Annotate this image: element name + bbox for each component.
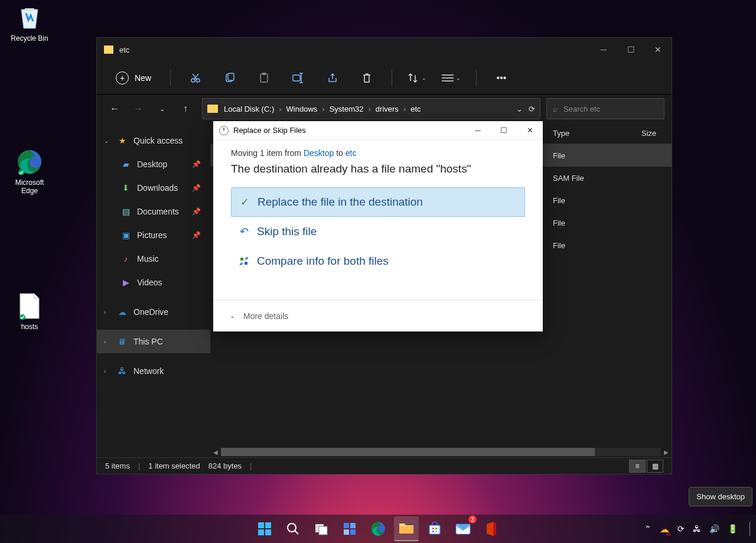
titlebar[interactable]: etc ─ ☐ ✕ <box>97 38 672 61</box>
taskbar-office[interactable] <box>479 516 504 541</box>
details-view-button[interactable]: ≡ <box>629 460 646 473</box>
scroll-track[interactable] <box>221 448 661 456</box>
sidebar-item-network[interactable]: › 🖧 Network <box>97 359 210 383</box>
sidebar-item-this-pc[interactable]: › 🖥 This PC <box>97 330 210 353</box>
scroll-thumb[interactable] <box>221 448 595 456</box>
address-bar[interactable]: Local Disk (C:)› Windows› System32› driv… <box>202 98 540 119</box>
copy-button[interactable] <box>218 66 242 90</box>
up-button[interactable]: ↑ <box>175 98 196 119</box>
sidebar-item-onedrive[interactable]: › ☁ OneDrive <box>97 300 210 324</box>
rename-button[interactable] <box>286 66 310 90</box>
tray-volume-icon[interactable]: 🔊 <box>709 524 719 534</box>
svg-rect-8 <box>262 73 266 75</box>
new-button[interactable]: + New <box>110 68 157 88</box>
separator: | <box>138 461 140 470</box>
undo-icon: ↶ <box>238 225 250 238</box>
paste-button[interactable] <box>252 66 276 90</box>
crumb[interactable]: System32 <box>330 105 364 113</box>
sidebar-item-desktop[interactable]: ▰ Desktop 📌 <box>97 152 210 176</box>
dialog-title: Replace or Skip Files <box>233 126 306 135</box>
crumb[interactable]: etc <box>410 105 421 113</box>
share-button[interactable] <box>321 66 344 90</box>
thumbnails-view-button[interactable]: ▦ <box>647 460 663 473</box>
column-size[interactable]: Size <box>641 129 670 138</box>
taskbar-mail[interactable]: 3 <box>451 516 475 541</box>
replace-option[interactable]: ✓ Replace the file in the destination <box>231 187 525 217</box>
search-input[interactable]: ⌕ Search etc <box>546 98 664 119</box>
desktop-icon-recycle-bin[interactable]: Recycle Bin <box>6 4 53 43</box>
sidebar-item-documents[interactable]: ▤ Documents 📌 <box>97 200 210 223</box>
status-bar: 5 items | 1 item selected 824 bytes | ≡ … <box>97 457 672 474</box>
start-button[interactable] <box>252 516 277 541</box>
music-icon: ♪ <box>120 253 131 264</box>
recent-button[interactable]: ⌄ <box>151 98 172 119</box>
dialog-maximize-button[interactable]: ☐ <box>497 126 511 135</box>
sidebar-item-quick-access[interactable]: ⌄ ★ Quick access <box>97 129 210 152</box>
scroll-right-icon[interactable]: ▶ <box>661 447 672 457</box>
link-to[interactable]: etc <box>346 148 357 158</box>
sort-button[interactable]: ⌄ <box>405 66 429 90</box>
crumb[interactable]: Windows <box>286 105 318 113</box>
taskbar-store[interactable] <box>422 516 447 541</box>
svg-rect-12 <box>258 529 264 535</box>
forward-button[interactable]: → <box>128 98 149 119</box>
show-desktop-button[interactable] <box>750 522 751 536</box>
svg-rect-17 <box>344 523 349 528</box>
more-details-button[interactable]: ⌄ More details <box>213 300 543 331</box>
task-view-button[interactable] <box>309 516 334 541</box>
chevron-right-icon: › <box>104 309 111 316</box>
crumb[interactable]: drivers <box>376 105 399 113</box>
chevron-down-icon: ⌄ <box>230 312 235 320</box>
tray-onedrive-icon[interactable]: ☁⚠ <box>660 524 669 535</box>
tray-chevron-icon[interactable]: ⌃ <box>644 524 651 534</box>
desktop-icon-edge[interactable]: Microsoft Edge <box>6 148 53 195</box>
tray-battery-icon[interactable]: 🔋 <box>728 524 738 534</box>
search-button[interactable] <box>281 516 305 541</box>
tray-network-icon[interactable]: 🖧 <box>693 524 701 534</box>
taskbar-edge[interactable] <box>366 516 390 541</box>
refresh-icon[interactable]: ⟳ <box>529 105 535 113</box>
dialog-titlebar[interactable]: Replace or Skip Files ─ ☐ ✕ <box>213 121 543 140</box>
sidebar-item-pictures[interactable]: ▣ Pictures 📌 <box>97 223 210 247</box>
minimize-button[interactable]: ─ <box>590 38 617 61</box>
dialog-close-button[interactable]: ✕ <box>523 126 537 135</box>
maximize-button[interactable]: ☐ <box>617 38 644 61</box>
link-from[interactable]: Desktop <box>304 148 334 158</box>
svg-rect-25 <box>435 528 437 529</box>
more-button[interactable]: ••• <box>490 66 513 90</box>
replace-skip-dialog: Replace or Skip Files ─ ☐ ✕ Moving 1 ite… <box>213 121 543 331</box>
crumb[interactable]: Local Disk (C:) <box>224 105 274 113</box>
delete-button[interactable] <box>355 66 379 90</box>
column-type[interactable]: Type <box>553 129 641 138</box>
svg-rect-7 <box>260 74 268 82</box>
desktop-icon-hosts[interactable]: hosts <box>6 292 53 331</box>
widgets-button[interactable] <box>337 516 362 541</box>
download-icon: ⬇ <box>120 183 131 193</box>
address-dropdown-icon[interactable]: ⌄ <box>516 105 523 113</box>
sidebar-item-videos[interactable]: ▶ Videos <box>97 271 210 294</box>
folder-icon <box>104 45 113 54</box>
scroll-left-icon[interactable]: ◀ <box>210 447 221 457</box>
back-button[interactable]: ← <box>104 98 125 119</box>
separator <box>476 70 477 86</box>
view-button[interactable]: ⌄ <box>439 66 463 90</box>
sidebar-item-music[interactable]: ♪ Music <box>97 247 210 271</box>
sidebar-item-downloads[interactable]: ⬇ Downloads 📌 <box>97 176 210 200</box>
horizontal-scrollbar[interactable]: ◀ ▶ <box>210 447 672 457</box>
sidebar-label: Pictures <box>137 230 167 240</box>
sidebar-label: Network <box>133 366 164 376</box>
clock-icon <box>219 126 229 135</box>
chevron-right-icon: › <box>104 339 111 345</box>
taskbar-file-explorer[interactable] <box>394 516 419 541</box>
compare-option[interactable]: Compare info for both files <box>231 246 525 276</box>
svg-rect-27 <box>435 531 437 532</box>
chevron-right-icon: › <box>104 368 111 375</box>
cut-button[interactable] <box>184 66 207 90</box>
search-placeholder: Search etc <box>563 105 600 113</box>
separator: | <box>250 461 252 470</box>
close-button[interactable]: ✕ <box>644 38 672 61</box>
cell-type: File <box>553 196 565 205</box>
dialog-minimize-button[interactable]: ─ <box>471 126 485 135</box>
skip-option[interactable]: ↶ Skip this file <box>231 217 525 246</box>
tray-update-icon[interactable]: ⟳ <box>677 524 685 534</box>
